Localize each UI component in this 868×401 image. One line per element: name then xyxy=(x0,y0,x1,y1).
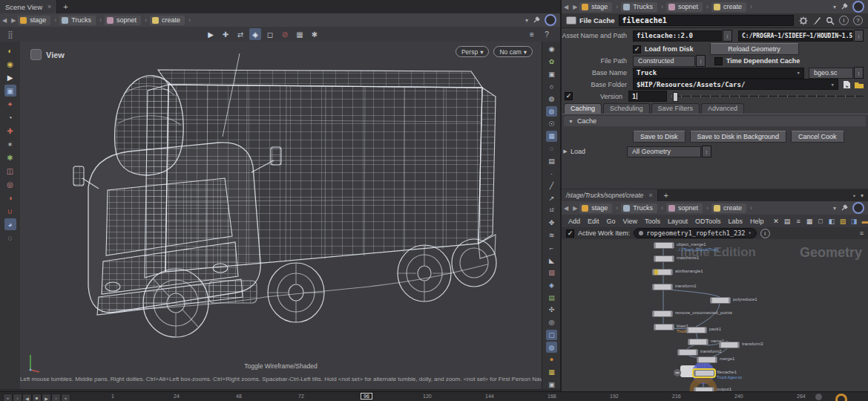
viewport-help-icon[interactable]: ? xyxy=(541,28,553,40)
version-field[interactable]: 1 xyxy=(628,91,667,102)
frame-tick[interactable]: 264 xyxy=(797,394,806,399)
network-node[interactable]: remove_unconnected_points xyxy=(652,310,673,317)
node-body[interactable] xyxy=(652,310,673,317)
expand-icon[interactable]: ▶ xyxy=(562,149,569,154)
frame-tick[interactable]: 144 xyxy=(485,394,494,399)
node-body[interactable] xyxy=(719,342,740,348)
snapshot-icon[interactable]: ▤ xyxy=(546,292,557,303)
breadcrumb-item[interactable]: stage xyxy=(579,2,612,12)
snap-prim-icon[interactable]: ◑ xyxy=(4,192,16,203)
no-render-icon[interactable]: ⊘ xyxy=(279,28,291,40)
base-name-field[interactable]: Truck ▾ xyxy=(633,68,804,79)
breadcrumb-item[interactable]: create xyxy=(711,203,746,213)
network-path-tab[interactable]: /stage/Trucks/sopnet/create × xyxy=(562,189,658,201)
new-pane-tab-button[interactable]: + xyxy=(664,191,668,200)
flipbook-icon[interactable]: ▦ xyxy=(294,28,306,40)
display-flag-icon[interactable]: ▢ xyxy=(546,330,557,341)
lock-camera-icon[interactable]: ▣ xyxy=(546,68,557,79)
projection-selector[interactable]: Persp ▾ xyxy=(456,46,490,57)
network-node[interactable]: name1 xyxy=(688,339,708,345)
chevron-down-icon[interactable]: ▾ xyxy=(797,69,800,76)
tile-icon[interactable]: ◈ xyxy=(546,280,557,291)
menu-item[interactable]: Labs xyxy=(728,218,743,225)
point-marker-icon[interactable]: · xyxy=(546,168,557,179)
character-pick-icon[interactable]: ☉ xyxy=(546,118,557,129)
network-node[interactable]: transform3 xyxy=(719,342,740,348)
select-mode-icon[interactable]: ▶ xyxy=(205,28,217,40)
breadcrumb-item[interactable]: Trucks xyxy=(621,203,657,213)
playback-options-knob[interactable] xyxy=(815,394,822,400)
checker-bg-icon[interactable]: ▨ xyxy=(546,267,557,278)
forward-icon[interactable]: ▶ xyxy=(11,17,16,24)
save-to-disk-button[interactable]: Save to Disk xyxy=(633,131,685,143)
param-tab[interactable]: Caching xyxy=(564,103,602,114)
menu-item[interactable]: Layout xyxy=(668,218,688,225)
pose-tool-icon[interactable]: ✚ xyxy=(4,125,16,137)
slider-handle[interactable] xyxy=(673,92,678,102)
box-zoom-icon[interactable]: ◻ xyxy=(264,28,276,40)
menu-item[interactable]: Tools xyxy=(645,218,660,225)
save-to-disk-background-button[interactable]: Save to Disk in Background xyxy=(690,131,787,143)
view-pivot-icon[interactable]: ◣ xyxy=(546,255,557,266)
instance-icon[interactable]: ▤ xyxy=(546,155,557,166)
prev-frame-icon[interactable]: ‹ xyxy=(13,394,22,401)
param-tab[interactable]: Advanced xyxy=(701,103,744,114)
extension-dropdown[interactable]: bgeo.sc xyxy=(809,68,853,79)
file-chooser-icon[interactable] xyxy=(843,80,851,89)
menu-item[interactable]: Go xyxy=(607,218,616,225)
breadcrumb-item[interactable]: create xyxy=(711,2,746,12)
collapse-icon[interactable]: ▼ xyxy=(568,119,573,124)
reload-geometry-button[interactable]: Reload Geometry xyxy=(710,43,799,55)
path-dropdown-icon[interactable]: ▾ xyxy=(525,17,528,24)
network-node[interactable]: blast1 Truck_bodywork xyxy=(654,324,674,330)
frame-tick[interactable]: 120 xyxy=(423,394,432,399)
new-pane-tab-button[interactable]: + xyxy=(63,2,68,11)
network-node[interactable]: transform2 xyxy=(677,349,698,356)
point-num-icon[interactable]: ¹² xyxy=(546,205,557,216)
handle-mode-icon[interactable]: ✚ xyxy=(220,28,231,40)
spinner-icon[interactable]: ↕ xyxy=(696,55,706,67)
spinner-icon[interactable]: ↕ xyxy=(723,30,732,42)
tab-close-icon[interactable]: × xyxy=(47,3,51,10)
dots-grid-icon[interactable]: ⣿ xyxy=(4,28,16,40)
frame-tick[interactable]: 192 xyxy=(610,394,619,399)
forward-icon[interactable]: » xyxy=(61,394,70,401)
search-icon[interactable] xyxy=(826,16,835,25)
frame-tick[interactable]: 72 xyxy=(298,394,304,399)
time-dependent-checkbox[interactable] xyxy=(714,57,723,65)
network-canvas[interactable]: Indie Edition Geometry xyxy=(562,239,868,401)
breadcrumb-item[interactable]: stage xyxy=(579,203,612,213)
stop-icon[interactable]: ■ xyxy=(32,394,42,401)
background-image-icon[interactable]: ◨ xyxy=(849,216,859,226)
spinner-icon[interactable]: ↕ xyxy=(702,146,711,157)
node-body[interactable] xyxy=(677,349,698,356)
normal-marker-icon[interactable]: ╱ xyxy=(546,180,557,192)
node-name-input[interactable] xyxy=(619,15,794,26)
lights-panel-icon[interactable]: ◉ xyxy=(4,58,16,70)
lighting-mode-icon[interactable]: ◍ xyxy=(546,106,557,117)
translate-handle-icon[interactable]: ✦ xyxy=(4,98,16,110)
breadcrumb-item[interactable]: sopnet xyxy=(105,16,141,25)
breadcrumb-item[interactable]: sopnet xyxy=(666,203,703,213)
network-node[interactable]: object_merge1 ../../Truck_Object/Truck xyxy=(654,242,674,249)
radial-menu-icon[interactable] xyxy=(852,1,864,13)
path-dropdown-icon[interactable]: ▾ xyxy=(833,205,836,212)
radial-menu-icon[interactable] xyxy=(852,202,864,214)
node-body[interactable] xyxy=(652,269,673,276)
network-node[interactable]: matchsize1 xyxy=(654,255,674,262)
rewind-icon[interactable]: « xyxy=(3,394,13,401)
align-icon[interactable]: ▤ xyxy=(783,216,792,226)
pin-icon[interactable] xyxy=(841,204,848,212)
cancel-cook-button[interactable]: Cancel Cook xyxy=(791,131,844,143)
frame-tick[interactable]: 24 xyxy=(174,394,180,399)
breadcrumb-item[interactable]: stage xyxy=(18,16,50,25)
breadcrumb-item[interactable]: Trucks xyxy=(621,2,657,12)
prim-marker-icon[interactable]: ✥ xyxy=(546,218,557,229)
show-eye-icon[interactable]: ◉ xyxy=(546,44,557,55)
pin-icon[interactable] xyxy=(533,16,540,24)
node-body[interactable] xyxy=(710,297,731,304)
node-body[interactable] xyxy=(654,324,674,330)
forward-icon[interactable]: ▶ xyxy=(573,205,577,212)
headlight-icon[interactable]: ○ xyxy=(546,81,557,92)
cache-section-header[interactable]: ▼ Cache xyxy=(564,116,866,126)
